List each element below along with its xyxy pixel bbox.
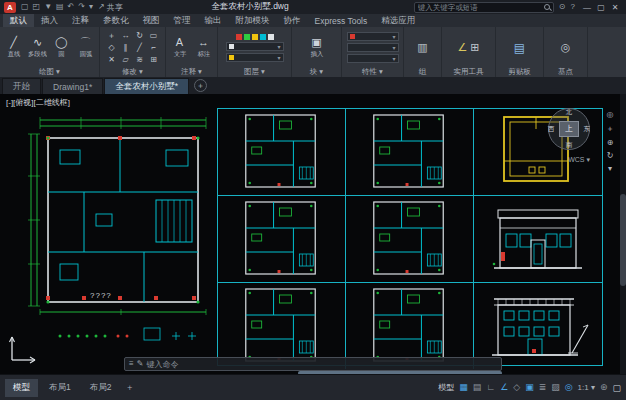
print-icon[interactable]: ▤ [56, 3, 64, 11]
ribbon-tab-home[interactable]: 默认 [3, 14, 34, 27]
file-tab-start[interactable]: 开始 [2, 78, 41, 94]
vertical-scrollbar-thumb[interactable] [620, 194, 626, 286]
erase-icon[interactable]: ✕ [105, 54, 118, 65]
settings-gear-icon[interactable]: ⊛ [600, 383, 608, 392]
polar-toggle-icon[interactable]: ∠ [500, 383, 508, 392]
paste-icon[interactable]: ▤ [514, 42, 525, 54]
fillet-icon[interactable]: ⌐ [147, 42, 160, 53]
copy-icon[interactable]: ▱ [119, 54, 132, 65]
ribbon-tab-manage[interactable]: 管理 [167, 14, 198, 27]
line-tool[interactable]: ╱直线 [3, 36, 24, 59]
navbar-more-icon[interactable]: ▾ [608, 164, 612, 173]
app-menu-button[interactable]: A [4, 2, 16, 13]
color-dropdown[interactable]: ▾ [347, 32, 399, 41]
text-tool[interactable]: A文字 [169, 36, 190, 59]
ribbon-tab-annotate[interactable]: 注释 [65, 14, 96, 27]
file-tab-drawing1[interactable]: Drawing1* [42, 78, 103, 94]
array-icon[interactable]: ≋ [133, 54, 146, 65]
snap-toggle-icon[interactable]: ▤ [473, 383, 482, 392]
redo-icon[interactable]: ↷ [78, 3, 85, 11]
ribbon-tab-insert[interactable]: 插入 [34, 14, 65, 27]
new-file-icon[interactable]: ▢ [21, 3, 29, 11]
viewport-controls-label[interactable]: [-][俯视][二维线框] [6, 97, 70, 108]
command-line[interactable]: ≡ ✎ [124, 357, 502, 371]
ribbon-tab-addins[interactable]: 附加模块 [229, 14, 277, 27]
panel-utilities-label[interactable]: 实用工具 [442, 66, 495, 77]
grid-toggle-icon[interactable]: ▦ [459, 383, 468, 392]
add-layout-button[interactable]: ＋ [122, 382, 137, 394]
save-icon[interactable]: ▼ [44, 3, 52, 11]
layer-filter-dropdown[interactable]: ▾ [226, 53, 284, 62]
trim-icon[interactable]: ╱ [133, 42, 146, 53]
stretch-icon[interactable]: ▭ [147, 30, 160, 41]
explode-icon[interactable]: ⊞ [147, 54, 160, 65]
layer-dropdown[interactable]: ▾ [226, 42, 284, 51]
search-icon[interactable] [544, 4, 550, 10]
linetype-dropdown[interactable]: ▾ [347, 43, 399, 52]
ribbon-tab-collaborate[interactable]: 协作 [277, 14, 308, 27]
wcs-menu[interactable]: WCS ▾ [568, 156, 590, 164]
measure-icon[interactable]: ∠ [457, 42, 467, 53]
lineweight-toggle-icon[interactable]: ≣ [539, 383, 547, 392]
layout-tab-layout2[interactable]: 布局2 [82, 379, 120, 397]
ribbon-tab-view[interactable]: 视图 [136, 14, 167, 27]
osnap-toggle-icon[interactable]: ▣ [525, 383, 534, 392]
insert-block-tool[interactable]: ▣插入 [305, 36, 329, 59]
panel-basepoint-label[interactable]: 基点 [544, 66, 587, 77]
vertical-scrollbar-track[interactable] [620, 94, 626, 374]
dimension-tool[interactable]: ↔标注 [193, 36, 214, 59]
annotation-scale-button[interactable]: 1:1 ▾ [578, 383, 595, 392]
file-tab-active-document[interactable]: 全套农村小别墅* [104, 78, 189, 94]
panel-annotate-label[interactable]: 注释▾ [166, 66, 217, 77]
quick-calc-icon[interactable]: ⊞ [470, 42, 479, 53]
lineweight-dropdown[interactable]: ▾ [347, 54, 399, 63]
model-space-button[interactable]: 模型 [438, 382, 454, 393]
ortho-toggle-icon[interactable]: ∟ [486, 383, 495, 392]
layout-tab-layout1[interactable]: 布局1 [41, 379, 79, 397]
pan-icon[interactable]: ＋ [606, 123, 614, 134]
layout-tab-model[interactable]: 模型 [5, 379, 38, 397]
viewcube-east-label[interactable]: 东 [584, 125, 591, 134]
panel-modify-label[interactable]: 修改▾ [100, 66, 165, 77]
ribbon-tab-express-tools[interactable]: Express Tools [308, 14, 375, 27]
move-icon[interactable]: ＋ [105, 30, 118, 41]
panel-clipboard-label[interactable]: 剪贴板 [496, 66, 543, 77]
ribbon-tab-featured-apps[interactable]: 精选应用 [374, 14, 422, 27]
clean-screen-icon[interactable]: ▢ [612, 383, 621, 393]
panel-properties-label[interactable]: 特性▾ [342, 66, 403, 77]
panel-block-label[interactable]: 块▾ [292, 66, 341, 77]
minimize-button[interactable]: — [580, 3, 594, 12]
group-icon[interactable]: ▥ [417, 42, 427, 53]
close-button[interactable]: ✕ [608, 3, 622, 12]
model-space-viewport[interactable]: [-][俯视][二维线框] ???? 北 南 西 东 上 WCS ▾ ◎ ＋ ⊕ [0, 94, 626, 374]
orbit-icon[interactable]: ↻ [607, 151, 614, 160]
polyline-tool[interactable]: ∿多段线 [27, 36, 48, 59]
search-box[interactable] [414, 2, 554, 13]
steering-wheel-icon[interactable]: ◎ [607, 110, 614, 119]
qat-dropdown-icon[interactable]: ▾ [89, 3, 93, 11]
dynamic-input-toggle-icon[interactable]: ◎ [565, 383, 573, 392]
panel-layers-label[interactable]: 图层▾ [218, 66, 291, 77]
new-tab-button[interactable]: ＋ [194, 79, 207, 92]
command-input[interactable] [146, 360, 497, 369]
viewcube[interactable]: 北 南 西 东 上 [546, 106, 592, 152]
basepoint-icon[interactable]: ◎ [561, 42, 571, 53]
transparency-toggle-icon[interactable]: ▨ [551, 383, 560, 392]
isodraft-toggle-icon[interactable]: ◇ [513, 383, 520, 392]
arc-tool[interactable]: ⌒圆弧 [75, 36, 96, 59]
open-file-icon[interactable]: ◰ [33, 3, 41, 11]
offset-icon[interactable]: ∥ [119, 42, 132, 53]
scale-icon[interactable]: ◇ [105, 42, 118, 53]
rotate-icon[interactable]: ↻ [133, 30, 146, 41]
panel-draw-label[interactable]: 绘图▾ [0, 66, 99, 77]
search-input[interactable] [418, 3, 544, 12]
share-button[interactable]: ↗ 共享 [98, 2, 123, 13]
account-icon[interactable]: ⊙ [559, 3, 566, 11]
zoom-icon[interactable]: ⊕ [607, 138, 614, 147]
customize-icon[interactable]: ≡ [129, 360, 134, 368]
circle-tool[interactable]: ◯圆 [51, 36, 72, 59]
ribbon-tab-output[interactable]: 输出 [198, 14, 229, 27]
viewcube-south-label[interactable]: 南 [566, 141, 573, 150]
help-icon[interactable]: ? [571, 3, 575, 11]
maximize-button[interactable]: ▢ [594, 3, 608, 12]
